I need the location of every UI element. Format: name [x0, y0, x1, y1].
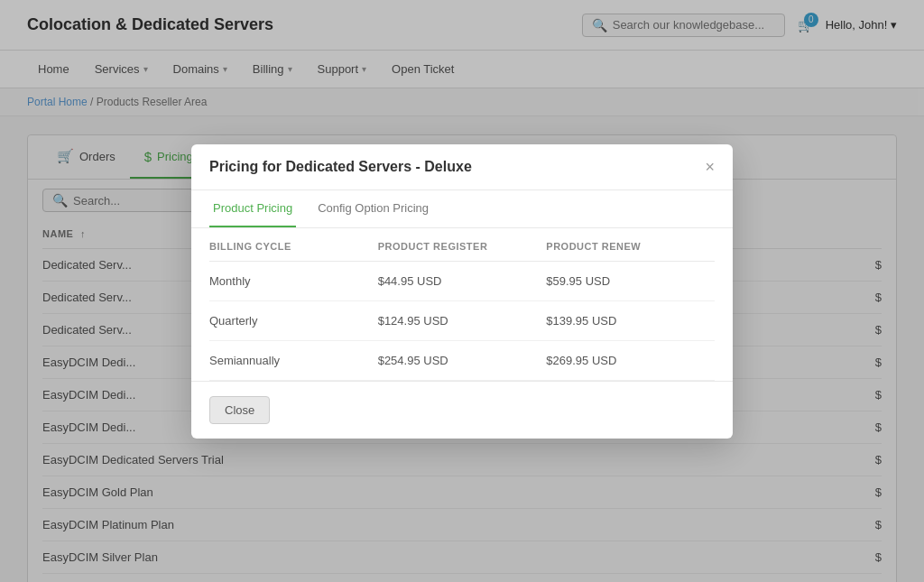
pricing-modal: Pricing for Dedicated Servers - Deluxe ×… [191, 144, 733, 439]
col-header-billing-cycle: BILLING CYCLE [209, 228, 378, 262]
modal-tabs: Product Pricing Config Option Pricing [191, 190, 733, 228]
pricing-row-monthly: Monthly $44.95 USD $59.95 USD [209, 261, 715, 300]
renew-monthly: $59.95 USD [546, 261, 715, 300]
modal-footer: Close [191, 381, 733, 439]
register-quarterly: $124.95 USD [378, 300, 547, 340]
modal-title: Pricing for Dedicated Servers - Deluxe [209, 159, 472, 175]
modal-close-button[interactable]: × [705, 159, 715, 175]
modal-close-bottom-button[interactable]: Close [209, 396, 270, 424]
register-semiannually: $254.95 USD [378, 340, 547, 380]
modal-tab-product-pricing-label: Product Pricing [213, 201, 292, 215]
cycle-semiannually: Semiannually [209, 340, 378, 380]
col-header-product-renew: PRODUCT RENEW [546, 228, 715, 262]
register-monthly: $44.95 USD [378, 261, 547, 300]
modal-overlay: Pricing for Dedicated Servers - Deluxe ×… [0, 0, 924, 582]
col-header-product-register: PRODUCT REGISTER [378, 228, 547, 262]
modal-tab-config-option-pricing[interactable]: Config Option Pricing [314, 190, 432, 227]
renew-quarterly: $139.95 USD [546, 300, 715, 340]
renew-semiannually: $269.95 USD [546, 340, 715, 380]
pricing-row-semiannually: Semiannually $254.95 USD $269.95 USD [209, 340, 715, 380]
modal-body: BILLING CYCLE PRODUCT REGISTER PRODUCT R… [191, 228, 733, 381]
modal-tab-config-option-pricing-label: Config Option Pricing [318, 201, 429, 215]
modal-header: Pricing for Dedicated Servers - Deluxe × [191, 144, 733, 190]
pricing-table: BILLING CYCLE PRODUCT REGISTER PRODUCT R… [209, 228, 715, 381]
modal-tab-product-pricing[interactable]: Product Pricing [209, 190, 296, 227]
cycle-quarterly: Quarterly [209, 300, 378, 340]
pricing-row-quarterly: Quarterly $124.95 USD $139.95 USD [209, 300, 715, 340]
cycle-monthly: Monthly [209, 261, 378, 300]
